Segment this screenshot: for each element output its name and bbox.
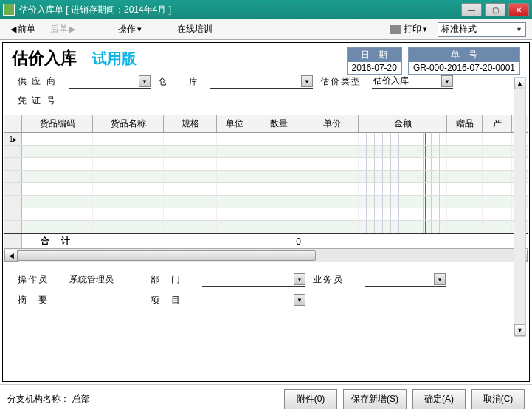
col-spec[interactable]: 规格 [164, 115, 217, 132]
prev-label: 前单 [18, 23, 35, 35]
save-new-button[interactable]: 保存新增(S) [343, 389, 407, 409]
training-link[interactable]: 在线培训 [173, 21, 217, 37]
type-label: 估价类型 [320, 75, 365, 88]
project-label: 项 目 [151, 294, 195, 307]
caret-down-icon: ▾ [137, 24, 142, 34]
scroll-track[interactable] [18, 250, 514, 262]
dept-label: 部 门 [151, 273, 195, 286]
col-gift[interactable]: 赠品 [447, 115, 483, 132]
col-price[interactable]: 单价 [305, 115, 359, 132]
supplier-label: 供 应 商 [18, 75, 62, 88]
lower-form: 操作员 系统管理员 部 门 ▼ 业务员 ▼ 摘 要 项 目 ▼ [3, 262, 529, 318]
window-controls: — ▢ ✕ [461, 3, 529, 16]
maximize-button[interactable]: ▢ [485, 3, 505, 16]
operator-label: 操作员 [18, 273, 62, 286]
style-value: 标准样式 [441, 23, 477, 35]
attachment-button[interactable]: 附件(0) [284, 389, 337, 409]
col-unit[interactable]: 单位 [217, 115, 252, 132]
caret-down-icon: ▼ [294, 294, 305, 306]
warehouse-label: 仓 库 [158, 75, 202, 88]
cancel-button[interactable]: 取消(C) [471, 389, 525, 409]
grid-body[interactable] [4, 133, 528, 233]
caret-down-icon: ▼ [441, 75, 453, 87]
next-label: 后单 [50, 23, 68, 35]
supplier-combo[interactable]: ▼ [69, 74, 151, 89]
col-amount[interactable]: 金额 [359, 115, 447, 132]
col-index [4, 115, 22, 132]
form-row-2: 凭 证 号 [3, 92, 529, 110]
docno-label: 单 号 [409, 48, 519, 62]
table-row[interactable] [4, 196, 528, 208]
branch-info: 分支机构名称： 总部 [7, 393, 278, 406]
type-value: 估价入库 [372, 75, 409, 87]
date-label: 日 期 [348, 48, 401, 62]
toolbar: ◀前单 后单▶ 操作▾ 在线培训 打印▾ 标准样式 ▼ [0, 19, 532, 40]
docno-value: GR-000-2016-07-20-0001 [409, 62, 519, 74]
table-row[interactable] [4, 171, 528, 183]
document-panel: 估价入库 试用版 日 期 2016-07-20 单 号 GR-000-2016-… [2, 42, 530, 382]
caret-down-icon: ▼ [434, 273, 446, 285]
date-value: 2016-07-20 [348, 62, 401, 74]
operator-value: 系统管理员 [69, 273, 143, 286]
total-label: 合 计 [22, 235, 93, 247]
col-qty[interactable]: 数量 [252, 115, 305, 132]
table-row[interactable] [4, 221, 528, 233]
arrow-right-icon: ▶ [69, 24, 75, 34]
ok-button[interactable]: 确定(A) [412, 389, 466, 409]
caret-down-icon: ▼ [516, 26, 522, 33]
caret-down-icon: ▼ [294, 273, 305, 285]
caret-down-icon: ▾ [423, 24, 427, 34]
dept-combo[interactable]: ▼ [202, 272, 305, 287]
scroll-left-button[interactable]: ◀ [4, 250, 18, 262]
print-icon [390, 25, 401, 34]
scroll-thumb[interactable] [18, 250, 316, 261]
col-name[interactable]: 货品名称 [93, 115, 164, 132]
operate-menu[interactable]: 操作▾ [114, 21, 146, 37]
table-row[interactable] [4, 183, 528, 196]
table-row[interactable] [4, 158, 528, 171]
summary-input[interactable] [69, 293, 143, 307]
col-code[interactable]: 货品编码 [22, 115, 93, 132]
caret-down-icon: ▼ [139, 75, 151, 87]
branch-value: 总部 [72, 393, 90, 406]
scroll-up-button[interactable]: ▲ [514, 78, 525, 89]
type-combo[interactable]: 估价入库▼ [372, 74, 453, 89]
doc-title: 估价入库 [12, 47, 77, 69]
trial-badge: 试用版 [92, 50, 137, 66]
minimize-button[interactable]: — [461, 3, 482, 16]
col-product[interactable]: 产 [483, 115, 512, 132]
arrow-left-icon: ◀ [10, 24, 16, 34]
table-row[interactable] [4, 208, 528, 221]
training-label: 在线培训 [177, 23, 213, 35]
v-scrollbar[interactable]: ▲ ▼ [514, 77, 526, 337]
sales-label: 业务员 [313, 273, 357, 286]
h-scrollbar[interactable]: ◀ ▶ [4, 248, 528, 262]
table-row[interactable] [4, 146, 528, 158]
grid-header: 货品编码 货品名称 规格 单位 数量 单价 金额 赠品 产 [4, 115, 528, 133]
prev-doc-button[interactable]: ◀前单 [6, 21, 40, 37]
doc-header: 估价入库 试用版 日 期 2016-07-20 单 号 GR-000-2016-… [3, 43, 529, 71]
scroll-track-v[interactable] [514, 89, 525, 324]
project-combo[interactable]: ▼ [202, 293, 305, 307]
style-select[interactable]: 标准样式 ▼ [438, 22, 526, 37]
summary-label: 摘 要 [18, 294, 62, 307]
table-row[interactable] [4, 133, 528, 146]
title-bar: 估价入库单 [ 进销存期间：2014年4月 ] — ▢ ✕ [0, 0, 532, 19]
total-qty: 0 [252, 236, 305, 247]
header-badges: 日 期 2016-07-20 单 号 GR-000-2016-07-20-000… [347, 47, 520, 75]
date-badge: 日 期 2016-07-20 [347, 47, 402, 75]
total-row: 合 计 0 [4, 233, 528, 248]
next-doc-button[interactable]: 后单▶ [46, 21, 80, 37]
status-bar: 分支机构名称： 总部 附件(0) 保存新增(S) 确定(A) 取消(C) [0, 384, 532, 410]
print-label: 打印 [404, 23, 421, 35]
print-button[interactable]: 打印▾ [386, 21, 432, 37]
window-title: 估价入库单 [ 进销存期间：2014年4月 ] [19, 4, 461, 16]
close-button[interactable]: ✕ [508, 3, 529, 16]
warehouse-combo[interactable]: ▼ [210, 74, 313, 89]
operate-label: 操作 [118, 23, 136, 35]
scroll-down-button[interactable]: ▼ [514, 324, 525, 336]
app-icon [3, 4, 15, 16]
voucher-label: 凭 证 号 [18, 95, 62, 107]
grid: 货品编码 货品名称 规格 单位 数量 单价 金额 赠品 产 合 计 0 ◀ [4, 115, 528, 262]
sales-combo[interactable]: ▼ [365, 272, 446, 287]
